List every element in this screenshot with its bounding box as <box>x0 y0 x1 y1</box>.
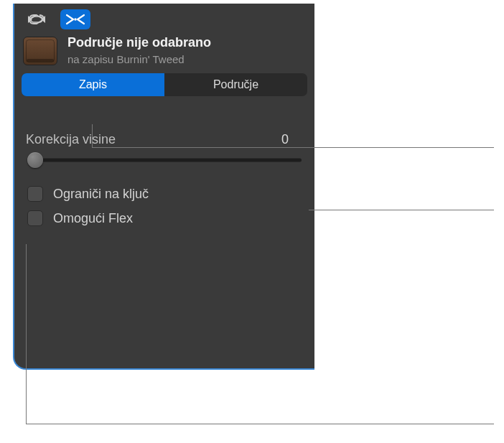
enable-flex-checkbox[interactable] <box>27 210 43 226</box>
limit-to-key-label: Ograniči na ključ <box>53 187 149 202</box>
header-text: Područje nije odabrano na zapisu Burnin'… <box>67 35 211 66</box>
callout-line <box>92 124 93 147</box>
header: Područje nije odabrano na zapisu Burnin'… <box>14 32 314 73</box>
tab-group: Zapis Područje <box>22 73 307 96</box>
slider-thumb[interactable] <box>27 152 43 168</box>
enable-flex-row: Omogući Flex <box>24 206 304 230</box>
header-title: Područje nije odabrano <box>67 35 211 51</box>
loop-icon <box>27 13 47 26</box>
toolbar <box>14 4 314 32</box>
callout-line <box>26 424 494 424</box>
inspector-panel: Područje nije odabrano na zapisu Burnin'… <box>13 4 314 370</box>
controls: Korekcija visine 0 Ograniči na ključ Omo… <box>14 96 314 238</box>
callout-line <box>26 244 27 424</box>
pitch-value: 0 <box>281 132 302 147</box>
tab-zapis[interactable]: Zapis <box>22 73 164 96</box>
enable-flex-label: Omogući Flex <box>53 211 133 226</box>
callout-line <box>309 210 494 210</box>
limit-to-key-checkbox[interactable] <box>27 186 43 202</box>
pitch-label: Korekcija visine <box>26 132 116 147</box>
svg-point-1 <box>74 18 77 21</box>
tab-podrucje[interactable]: Područje <box>164 73 307 96</box>
pitch-correction-row: Korekcija visine 0 <box>24 132 304 151</box>
loop-icon-button[interactable] <box>22 9 52 29</box>
pitch-slider[interactable] <box>24 151 304 169</box>
split-merge-icon <box>65 12 86 27</box>
track-thumbnail <box>23 37 57 65</box>
header-subtitle: na zapisu Burnin' Tweed <box>67 52 211 67</box>
split-merge-icon-button[interactable] <box>60 9 90 29</box>
limit-to-key-row: Ograniči na ključ <box>24 182 304 206</box>
slider-track <box>32 159 302 162</box>
callout-line <box>92 147 494 148</box>
